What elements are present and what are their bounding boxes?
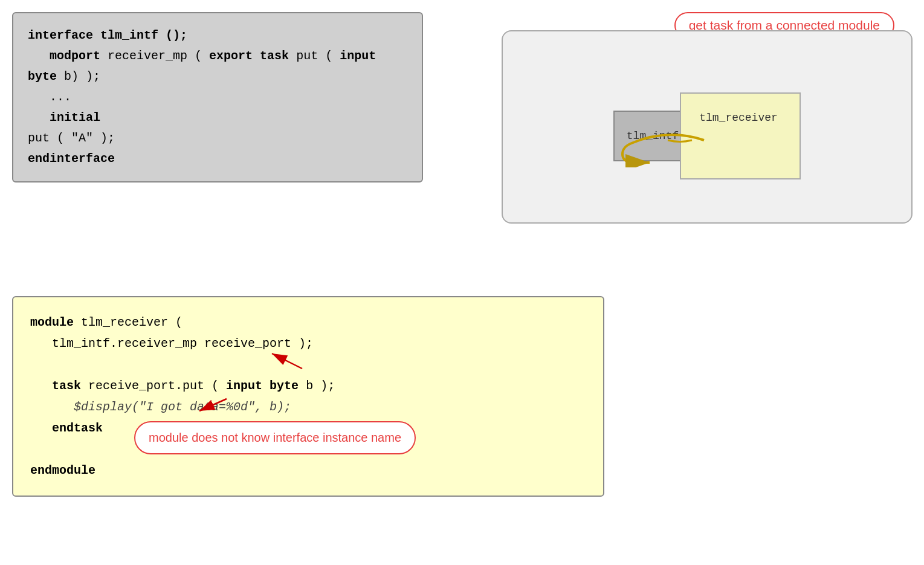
keyword-endinterface: endinterface [28,152,115,166]
keyword-task: task [52,379,81,393]
tlm-receiver-block: tlm_receiver [680,92,801,179]
keyword-export-task: export task [209,49,289,63]
diagram-box: tlm_intf tlm_receiver [502,30,913,224]
code-line-5: put ( "A" ); [28,128,407,149]
keyword-endtask: endtask [52,421,103,435]
module-line-8: endmodule [30,460,586,481]
code-line-2: modport receiver_mp ( export task put ( … [28,46,407,87]
module-line-1: module tlm_receiver ( [30,312,586,333]
code-line-4: initial [28,108,407,128]
module-line-2: tlm_intf.receiver_mp receive_port ); [30,333,586,354]
diagram-arrow-svg [619,131,716,167]
module-line-1-rest: tlm_receiver ( [81,315,183,329]
module-code-box: module tlm_receiver ( tlm_intf.receiver_… [12,296,604,497]
code-line-6: endinterface [28,149,407,169]
module-line-5: $display("I got data=%0d", b); [30,396,586,418]
module-line-4: task receive_port.put ( input byte b ); [30,375,586,396]
keyword-module: module [30,315,74,329]
keyword-endmodule: endmodule [30,463,95,477]
keyword-initial: initial [50,111,100,124]
diagram-inner: tlm_intf tlm_receiver [515,44,899,210]
keyword-input-byte-2: input byte [226,379,299,393]
tlm-receiver-label: tlm_receiver [699,112,781,124]
code-text-2: put ( [296,49,332,63]
keyword-modport: modport [50,49,100,63]
keyword-interface: interface tlm_intf (); [28,28,187,42]
interface-code-box: interface tlm_intf (); modport receiver_… [12,12,423,182]
code-line-1: interface tlm_intf (); [28,25,407,46]
code-text-3: b) ); [64,69,100,83]
module-line-3 [30,354,586,375]
main-container: interface tlm_intf (); modport receiver_… [12,12,913,553]
callout-bottom-bubble: module does not know interface instance … [134,421,416,454]
code-text: receiver_mp ( [108,49,209,63]
code-line-3: ... [28,87,407,108]
